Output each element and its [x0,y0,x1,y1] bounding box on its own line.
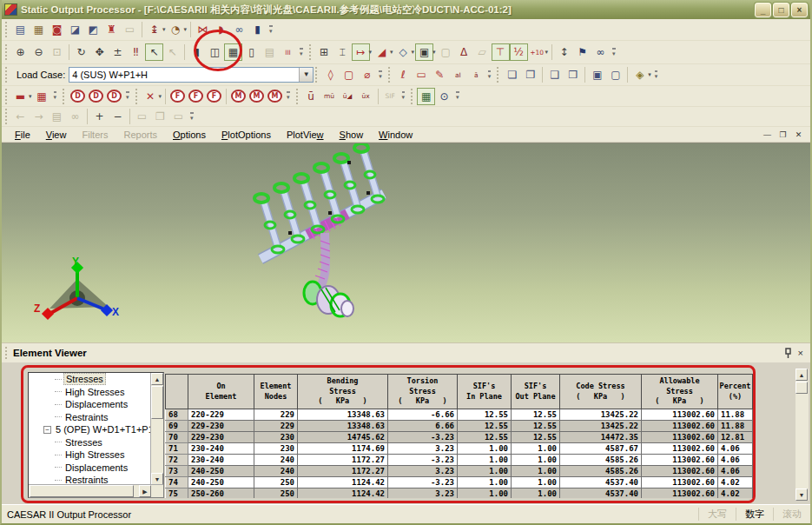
scroll-up-icon[interactable]: ▲ [795,369,808,381]
menu-file[interactable]: File [7,128,38,142]
half-symmetry-icon[interactable]: ½ [510,43,528,61]
toolbar-overflow[interactable]: ▾ [126,91,129,101]
tree-vertical-scrollbar[interactable]: ▲ ▼ [150,373,163,485]
clipboard-input-icon[interactable]: ◪ [66,21,84,38]
drum-icon[interactable]: ◙ [48,21,66,38]
plot-report-icon[interactable]: ▤ [11,21,30,38]
menu-show[interactable]: Show [332,128,372,142]
displacement-x-icon[interactable]: D [70,90,85,103]
find-node-icon[interactable]: ∞ [591,43,610,61]
clipboard-output-icon[interactable]: ◩ [84,21,102,38]
view-bottom-icon[interactable]: ❒ [564,66,582,83]
render-outline-icon[interactable]: ▯ [242,43,261,61]
view-iso-icon[interactable]: ◈ [630,66,649,83]
stress-gradient-icon[interactable]: ū◢ [339,88,357,105]
show-restraints-grid-icon[interactable]: ▦ [33,88,51,105]
scroll-up-icon[interactable]: ▲ [151,373,163,385]
toolbar-overflow[interactable]: ▾ [655,70,658,80]
menu-options[interactable]: Options [165,128,214,142]
mdi-restore-button[interactable]: ❐ [776,130,789,139]
briefcase-icon[interactable]: ▦ [30,21,48,38]
displacement-y-icon[interactable]: D [89,90,103,103]
nozzle-display-icon[interactable]: ◇ [394,43,413,61]
magnify-report-icon[interactable]: ⊙ [435,88,453,105]
toolbar-overflow[interactable]: ▾ [287,91,290,101]
scroll-right-icon[interactable]: ▶ [139,485,151,497]
annotate-pen-icon[interactable]: ✎ [431,66,449,83]
delta-x-icon[interactable]: Δ [455,43,473,61]
menu-view[interactable]: View [38,128,75,142]
view-front-icon[interactable]: ❏ [503,66,521,83]
close-panel-icon[interactable]: × [798,348,803,358]
text-move-icon[interactable]: ā [467,66,485,83]
element-viewer-grid-icon[interactable]: ▦ [417,88,435,105]
render-hidden-line-icon[interactable]: ◫ [206,43,224,61]
element-viewer-titlebar[interactable]: Element Viewer × [2,342,810,362]
close-button[interactable]: × [791,3,808,17]
gauge-icon-dropdown[interactable]: ▾ [184,26,188,33]
anchor-display-icon-dropdown[interactable]: ▾ [390,49,393,56]
moment-y-icon[interactable]: M [249,90,264,103]
car-icon[interactable]: ∞ [230,21,248,38]
mdi-close-button[interactable]: ✕ [792,130,805,139]
valve-icon[interactable]: ⋈ [194,21,212,38]
centerline-icon[interactable]: III [279,43,297,61]
tree-item[interactable]: −5 (OPE) W+D1+T1+P1+ [29,423,151,436]
scroll-down-icon[interactable]: ▼ [151,473,163,485]
toolbar-overflow[interactable]: ▾ [379,70,382,80]
table-row[interactable]: 71230-2402301174.693.231.001.004587.6711… [166,443,753,455]
title-bar[interactable]: Static Output Processor - [F:\CAESARII 相… [2,0,810,19]
thermometer-icon[interactable]: ↨ [145,21,163,38]
panel-vertical-scrollbar[interactable]: ▲ ▼ [795,369,809,501]
tree-item[interactable]: Restraints [29,411,151,424]
plot-viewport-3d[interactable]: Y Z X [2,143,810,342]
load-case-combobox[interactable]: 4 (SUS) W+P1+H ▼ [69,67,314,83]
force-y-icon[interactable]: F [188,90,203,103]
tree-item[interactable]: Displacements [29,462,151,475]
annotate-box-icon[interactable]: ▭ [413,66,431,83]
table-row[interactable]: 74240-2502501124.42-3.231.001.004537.401… [166,477,753,488]
translate-icon[interactable]: ± [109,43,127,61]
stress-percent-icon[interactable]: ūx [357,88,375,105]
menu-plotoptions[interactable]: PlotOptions [214,128,279,142]
toolbar-overflow[interactable]: ▾ [456,91,459,101]
nozzle-display-icon-dropdown[interactable]: ▾ [412,49,415,56]
zoom-out-icon[interactable]: ⊖ [30,43,48,61]
tree-horizontal-scrollbar[interactable]: ▶ [29,484,164,497]
menu-plotview[interactable]: PlotView [279,128,332,142]
flag-icon[interactable]: ⚑ [573,43,591,61]
stress-overstress-icon[interactable]: ū [302,88,320,105]
maximize-button[interactable]: □ [773,3,789,17]
render-wireframe-icon[interactable]: ▦ [224,43,242,61]
thermometer-icon-dropdown[interactable]: ▾ [162,26,166,33]
pin-icon[interactable] [783,348,793,358]
node-delete-icon[interactable]: ✕ [142,88,160,105]
displacement-r-icon[interactable]: D [107,90,122,103]
tree-item[interactable]: Displacements [29,398,151,411]
toolbar-overflow[interactable]: ▾ [300,48,303,57]
tree-item[interactable]: Stresses [29,373,151,386]
element-strike-icon[interactable]: ⌀ [358,66,376,83]
table-row[interactable]: 69229-23022913348.636.6612.5512.5513425.… [166,421,753,432]
view-back-icon[interactable]: ❐ [521,66,539,83]
node-increment-icon-dropdown[interactable]: ▾ [545,49,549,56]
toolbar-overflow[interactable]: ▾ [612,48,616,57]
dimension-icon[interactable]: ↕ [555,43,573,61]
moment-x-icon[interactable]: M [231,90,246,103]
mdi-minimize-button[interactable]: — [761,130,774,139]
restraint-display-icon-dropdown[interactable]: ▾ [369,49,373,56]
show-restraints-icon[interactable]: ▬ [11,88,30,105]
toolbar-overflow[interactable]: ▾ [269,25,273,35]
pan-icon[interactable]: ✥ [90,43,109,61]
display-options-icon[interactable]: ▣ [415,43,433,61]
scroll-down-icon[interactable]: ▼ [795,488,808,501]
rotate-icon[interactable]: ↻ [72,43,90,61]
bench-support-icon[interactable]: ♜ [102,21,121,38]
node-increment-icon[interactable]: +10 [528,43,546,61]
view-right-icon[interactable]: ▢ [606,66,624,83]
toolbar-overflow[interactable]: ▾ [190,112,194,122]
add-icon[interactable]: + [90,108,109,125]
element-box-icon[interactable]: ▢ [340,66,358,83]
view-top-icon[interactable]: ❑ [545,66,564,83]
table-row[interactable]: 72230-2402401172.27-3.231.001.004585.261… [166,455,753,466]
